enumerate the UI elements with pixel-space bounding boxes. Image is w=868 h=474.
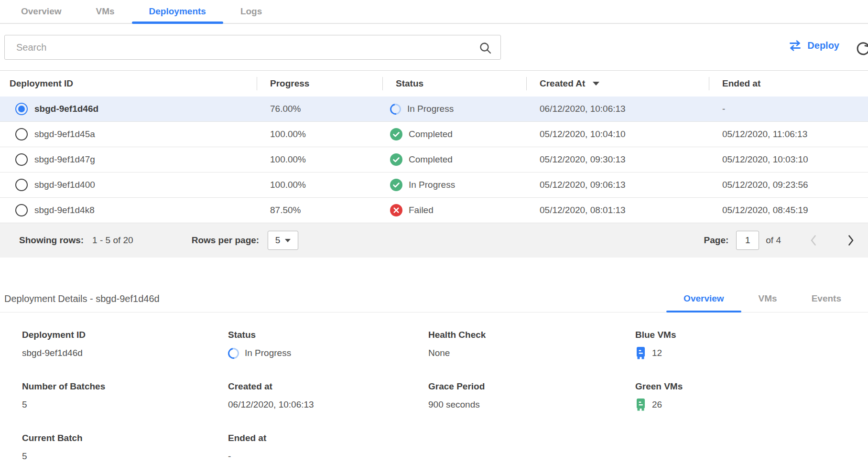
tab-vms-label: VMs bbox=[96, 6, 115, 17]
table-row[interactable]: sbgd-9ef1d400 100.00% In Progress 05/12/… bbox=[0, 172, 868, 198]
field-current-batch: Current Batch 5 bbox=[22, 433, 228, 474]
table-row[interactable]: sbgd-9ef1d4k8 87.50% Failed 05/12/2020, … bbox=[0, 198, 868, 223]
created-at-cell: 05/12/2020, 09:06:13 bbox=[526, 180, 709, 190]
details-tab-label: VMs bbox=[759, 293, 777, 304]
deployment-id-cell: sbgd-9ef1d46d bbox=[0, 103, 257, 115]
page-input[interactable] bbox=[736, 231, 759, 250]
status-label: In Progress bbox=[407, 104, 454, 114]
column-header-label: Progress bbox=[270, 78, 309, 89]
status-label: Failed bbox=[409, 205, 434, 215]
status-icon-failed bbox=[390, 204, 402, 216]
status-label: Completed bbox=[409, 154, 453, 165]
field-value: 5 bbox=[22, 451, 27, 462]
field-value: - bbox=[228, 451, 231, 462]
search-input[interactable] bbox=[5, 35, 500, 59]
status-cell: Completed bbox=[382, 153, 526, 166]
progress-value: 87.50% bbox=[270, 205, 301, 215]
details-grid: Deployment ID sbgd-9ef1d46d Status In Pr… bbox=[0, 330, 868, 474]
field-value: 900 seconds bbox=[428, 399, 480, 410]
created-at-cell: 05/12/2020, 09:30:13 bbox=[526, 154, 709, 165]
tab-logs[interactable]: Logs bbox=[223, 0, 279, 23]
status-cell: In Progress bbox=[382, 179, 526, 191]
table-footer: Showing rows: 1 - 5 of 20 Rows per page:… bbox=[0, 223, 868, 258]
status-label: In Progress bbox=[409, 180, 455, 190]
table-row[interactable]: sbgd-9ef1d45a 100.00% Completed 05/12/20… bbox=[0, 122, 868, 147]
row-radio[interactable] bbox=[15, 153, 28, 166]
progress-cell: 100.00% bbox=[257, 129, 382, 140]
ended-at-value: 05/12/2020, 11:06:13 bbox=[722, 129, 807, 140]
field-label: Health Check bbox=[428, 330, 635, 340]
vm-green-icon bbox=[635, 398, 646, 411]
refresh-icon[interactable] bbox=[855, 41, 868, 57]
column-header-created-at[interactable]: Created At bbox=[526, 71, 709, 97]
field-value: None bbox=[428, 348, 450, 358]
deployment-id-cell: sbgd-9ef1d45a bbox=[0, 128, 257, 140]
sort-desc-icon[interactable] bbox=[593, 82, 599, 86]
progress-cell: 100.00% bbox=[257, 154, 382, 165]
field-created-at: Created at 06/12/2020, 10:06:13 bbox=[228, 381, 428, 433]
vm-blue-icon bbox=[635, 346, 646, 360]
deploy-button[interactable]: Deploy bbox=[789, 40, 839, 51]
column-header-ended-at: Ended at bbox=[709, 71, 868, 97]
field-value: sbgd-9ef1d46d bbox=[22, 348, 83, 358]
deployments-page: Overview VMs Deployments Logs Deploy Dep… bbox=[0, 0, 868, 474]
field-value: 26 bbox=[652, 399, 662, 410]
table-row[interactable]: sbgd-9ef1d46d 76.00% In Progress 06/12/2… bbox=[0, 97, 868, 122]
field-label: Blue VMs bbox=[635, 330, 868, 340]
row-radio[interactable] bbox=[15, 204, 28, 216]
details-tab-overview[interactable]: Overview bbox=[666, 285, 741, 312]
row-radio[interactable] bbox=[15, 128, 28, 140]
tab-deployments-label: Deployments bbox=[149, 6, 206, 17]
search-box bbox=[4, 35, 501, 60]
ended-at-cell: 05/12/2020, 11:06:13 bbox=[709, 129, 868, 140]
progress-value: 100.00% bbox=[270, 129, 306, 140]
field-value: 12 bbox=[652, 348, 662, 358]
deployments-table: Deployment ID Progress Status Created At… bbox=[0, 70, 868, 258]
field-health-check: Health Check None bbox=[428, 330, 635, 381]
showing-rows-label: Showing rows: bbox=[19, 235, 84, 246]
showing-rows-value: 1 - 5 of 20 bbox=[92, 235, 133, 246]
status-icon-in-progress bbox=[388, 101, 403, 117]
details-tab-events[interactable]: Events bbox=[794, 285, 858, 312]
progress-value: 76.00% bbox=[270, 104, 301, 114]
prev-page-button[interactable] bbox=[809, 234, 818, 247]
ended-at-cell: 05/12/2020, 09:23:56 bbox=[709, 180, 868, 190]
rows-per-page-label: Rows per page: bbox=[192, 235, 259, 246]
tab-vms[interactable]: VMs bbox=[79, 0, 132, 23]
search-icon[interactable] bbox=[479, 42, 492, 54]
created-at-value: 05/12/2020, 08:01:13 bbox=[540, 205, 626, 215]
tab-overview-label: Overview bbox=[21, 6, 62, 17]
column-header-deployment-id: Deployment ID bbox=[0, 71, 257, 97]
created-at-cell: 06/12/2020, 10:06:13 bbox=[526, 104, 709, 114]
ended-at-cell: - bbox=[709, 104, 868, 114]
ended-at-value: 05/12/2020, 10:03:10 bbox=[722, 154, 808, 165]
status-cell: Completed bbox=[382, 128, 526, 140]
toolbar: Deploy bbox=[0, 35, 868, 60]
rows-per-page-select[interactable]: 5 bbox=[268, 231, 298, 250]
field-status: Status In Progress bbox=[228, 330, 428, 381]
tab-overview[interactable]: Overview bbox=[4, 0, 79, 23]
table-row[interactable]: sbgd-9ef1d47g 100.00% Completed 05/12/20… bbox=[0, 147, 868, 172]
next-page-button[interactable] bbox=[846, 234, 856, 247]
tab-deployments[interactable]: Deployments bbox=[132, 0, 223, 23]
rows-per-page-caret-icon bbox=[285, 239, 291, 242]
page-label: Page: bbox=[704, 235, 729, 246]
chevron-right-icon bbox=[846, 234, 856, 247]
top-tabbar: Overview VMs Deployments Logs bbox=[0, 0, 868, 24]
field-label: Status bbox=[228, 330, 428, 340]
column-header-label: Ended at bbox=[722, 78, 760, 89]
row-radio-checked[interactable] bbox=[15, 103, 28, 115]
field-label: Green VMs bbox=[635, 381, 868, 392]
status-icon-in-progress bbox=[226, 345, 241, 361]
status-icon-completed bbox=[390, 128, 402, 140]
details-tab-vms[interactable]: VMs bbox=[741, 285, 794, 312]
column-header-progress: Progress bbox=[257, 71, 382, 97]
deployment-id-cell: sbgd-9ef1d4k8 bbox=[0, 204, 257, 216]
row-radio[interactable] bbox=[15, 179, 28, 191]
field-value: In Progress bbox=[245, 348, 291, 358]
deployment-id-cell: sbgd-9ef1d47g bbox=[0, 153, 257, 166]
status-icon-completed bbox=[390, 153, 402, 166]
field-green-vms: Green VMs 26 bbox=[635, 381, 868, 433]
created-at-value: 05/12/2020, 10:04:10 bbox=[540, 129, 626, 140]
column-header-status: Status bbox=[382, 71, 526, 97]
